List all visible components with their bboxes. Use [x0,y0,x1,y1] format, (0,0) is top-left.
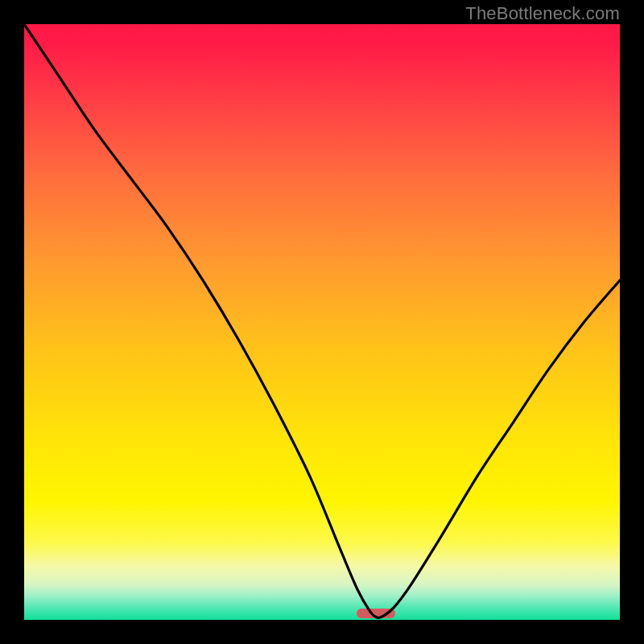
bottleneck-chart: TheBottleneck.com [0,0,644,644]
plot-area [24,24,620,620]
bottleneck-curve [24,24,620,617]
watermark-text: TheBottleneck.com [465,3,620,24]
curve-svg [24,24,620,620]
